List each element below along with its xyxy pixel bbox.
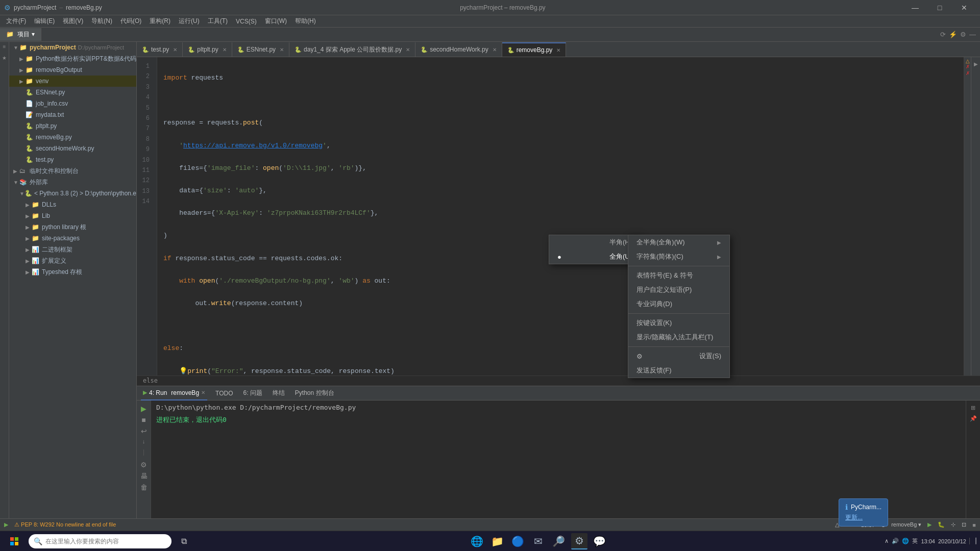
taskbar-search-box[interactable]: 🔍 (29, 534, 172, 548)
folder-python-root[interactable]: ▶ 📁 python library 根 (9, 221, 136, 233)
file-pltplt[interactable]: 🐍 pltplt.py (9, 120, 136, 132)
ctx-sub-charset[interactable]: 字符集(简体)(C) ▶ (628, 249, 729, 264)
ime-update-link[interactable]: 更新... (845, 513, 881, 522)
folder-lib[interactable]: ▶ 📁 Lib (9, 210, 136, 221)
print-btn[interactable]: 🖶 (140, 472, 148, 480)
menu-tools[interactable]: 工具(T) (204, 16, 232, 27)
close-panel-icon[interactable]: — (969, 31, 976, 38)
tab-python-console[interactable]: Python 控制台 (293, 386, 336, 400)
rerun-btn[interactable]: ↩ (141, 427, 147, 435)
file-esnnet[interactable]: 🐍 ESNnet.py (9, 87, 136, 98)
status-run-config[interactable]: removeBg ▾ (891, 521, 921, 528)
stop-btn[interactable]: ■ (141, 416, 145, 424)
folder-python-training[interactable]: ▶ 📁 Python数据分析实训PPT&数据&代码 (9, 53, 136, 64)
ctx-fullwidth[interactable]: ● 全角(U) (549, 249, 640, 264)
folder-typeshed[interactable]: ▶ 📊 Typeshed 存根 (9, 266, 136, 278)
code-editor[interactable]: 1 2 3 4 5 6 7 8 9 10 11 12 13 14 import … (137, 57, 964, 375)
file-removebg[interactable]: 🐍 removeBg.py (9, 132, 136, 143)
task-view-button[interactable]: ⧉ (176, 533, 192, 549)
run-play-btn[interactable]: ▶ (927, 521, 932, 528)
menu-code[interactable]: 代码(O) (116, 16, 145, 27)
folder-site-packages[interactable]: ▶ 📁 site-packages (9, 233, 136, 244)
tab-pltplt-py[interactable]: 🐍 pltplt.py ✕ (183, 42, 232, 57)
tab-close-test[interactable]: ✕ (173, 47, 177, 53)
folder-venv[interactable]: ▶ 📁 venv (9, 76, 136, 87)
menu-view[interactable]: 视图(V) (59, 16, 87, 27)
run-debug-btn[interactable]: 🐛 (938, 521, 945, 528)
folder-binary-framework[interactable]: ▶ 📊 二进制框架 (9, 244, 136, 255)
tab-esnnet-py[interactable]: 🐍 ESNnet.py ✕ (232, 42, 289, 57)
taskbar-search-input[interactable] (45, 538, 166, 545)
tab-close-pltplt[interactable]: ✕ (223, 47, 227, 53)
ctx-sub-dictionary[interactable]: 专业词典(D) (628, 297, 729, 311)
run-coverage-btn[interactable]: ⊹ (951, 521, 955, 528)
wechat-icon[interactable]: 💬 (592, 533, 608, 549)
maximize-button[interactable]: □ (928, 0, 951, 15)
file-mydata[interactable]: 📝 mydata.txt (9, 109, 136, 120)
python-interpreter[interactable]: ▼ 🐍 < Python 3.8 (2) > D:\python\python.… (9, 188, 136, 199)
menu-navigate[interactable]: 导航(N) (87, 16, 116, 27)
tab-close-esnnet[interactable]: ✕ (280, 47, 284, 53)
ctx-sub-fullandhalfw[interactable]: 全半角(全角)(W) ▶ (628, 235, 729, 249)
close-btn[interactable]: 🗑 (140, 483, 148, 491)
pycharm-icon[interactable]: ⚙ (571, 533, 587, 549)
structure-icon[interactable]: ≡ (1, 44, 9, 52)
run-btn[interactable]: ▶ (141, 405, 146, 413)
menu-window[interactable]: 窗口(W) (261, 16, 291, 27)
menu-run[interactable]: 运行(U) (175, 16, 204, 27)
tab-close-day14[interactable]: ✕ (406, 47, 410, 53)
tray-volume-icon[interactable]: 🔊 (892, 538, 899, 544)
edge-browser-icon[interactable]: 🌐 (469, 533, 485, 549)
show-desktop-btn[interactable]: ▕ (969, 538, 976, 544)
file-jobinfo[interactable]: 📄 job_info.csv (9, 98, 136, 109)
chrome-icon[interactable]: 🔵 (510, 533, 526, 549)
file-test[interactable]: 🐍 test.py (9, 154, 136, 165)
run-side-icon1[interactable]: ⊞ (971, 405, 975, 411)
tab-removebg-py[interactable]: 🐍 removeBg.py ✕ (502, 42, 567, 57)
close-button[interactable]: ✕ (952, 0, 976, 15)
tray-network-icon[interactable]: 🌐 (902, 538, 909, 544)
folder-extensions[interactable]: ▶ 📊 扩展定义 (9, 255, 136, 266)
run-tab-close[interactable]: ✕ (201, 390, 205, 395)
tray-lang-icon[interactable]: 英 (912, 537, 918, 545)
tab-close-removebg[interactable]: ✕ (556, 47, 560, 53)
run-extra-btn[interactable]: ⊡ (962, 521, 966, 528)
run-stop-btn[interactable]: ■ (972, 522, 976, 528)
menu-file[interactable]: 文件(F) (2, 16, 30, 27)
file-explorer-icon[interactable]: 📁 (489, 533, 506, 549)
windows-start-button[interactable] (4, 531, 24, 552)
tab-terminal[interactable]: 终结 (271, 386, 287, 400)
tab-close-secondhomework[interactable]: ✕ (493, 47, 497, 53)
run-side-icon2[interactable]: 📌 (970, 415, 977, 422)
settings-btn[interactable]: ⚙ (140, 461, 147, 469)
code-content[interactable]: import requests response = requests.post… (157, 57, 964, 375)
ctx-sub-keybindings[interactable]: 按键设置(K) (628, 316, 729, 330)
settings-icon[interactable]: ⚙ (960, 31, 966, 38)
file-secondhomework[interactable]: 🐍 secondHomeWork.py (9, 143, 136, 154)
ctx-sub-feedback[interactable]: 发送反馈(F) (628, 363, 729, 378)
status-warning[interactable]: ⚠ PEP 8: W292 No newline at end of file (14, 521, 116, 528)
folder-temp[interactable]: ▶ 🗂 临时文件和控制台 (9, 165, 136, 177)
mail-icon[interactable]: ✉ (530, 533, 547, 549)
folder-dlls[interactable]: ▶ 📁 DLLs (9, 199, 136, 210)
tray-icons-expand[interactable]: ∧ (885, 538, 889, 544)
search-icon-taskbar2[interactable]: 🔎 (551, 533, 567, 549)
sync-icon[interactable]: ⟳ (940, 31, 946, 38)
menu-refactor[interactable]: 重构(R) (145, 16, 175, 27)
menu-vcs[interactable]: VCS(S) (232, 17, 261, 26)
project-root[interactable]: ▼ 📁 pycharmProject D:/pycharmProject (9, 42, 136, 53)
project-tab[interactable]: 📁 项目 ▾ (0, 28, 41, 41)
scroll-end-btn[interactable]: ↓ (142, 438, 145, 444)
run-status-icon[interactable]: ▶ (4, 521, 8, 528)
folder-removebgoutput[interactable]: ▶ 📁 removeBgOutput (9, 64, 136, 76)
tab-test-py[interactable]: 🐍 test.py ✕ (137, 42, 183, 57)
tab-secondhomework-py[interactable]: 🐍 secondHomeWork.py ✕ (415, 42, 502, 57)
bookmark-icon[interactable]: ★ (1, 55, 9, 63)
menu-help[interactable]: 帮助(H) (291, 16, 320, 27)
ctx-sub-settings[interactable]: ⚙ 设置(S) (628, 349, 729, 363)
menu-edit[interactable]: 编辑(E) (30, 16, 59, 27)
tab-todo[interactable]: TODO (213, 386, 235, 400)
filter-icon[interactable]: ⚡ (949, 31, 957, 38)
tab-problems[interactable]: 6: 问题 (241, 386, 264, 400)
editor-scrollbar[interactable]: △ ✗ ✗ (964, 57, 971, 375)
